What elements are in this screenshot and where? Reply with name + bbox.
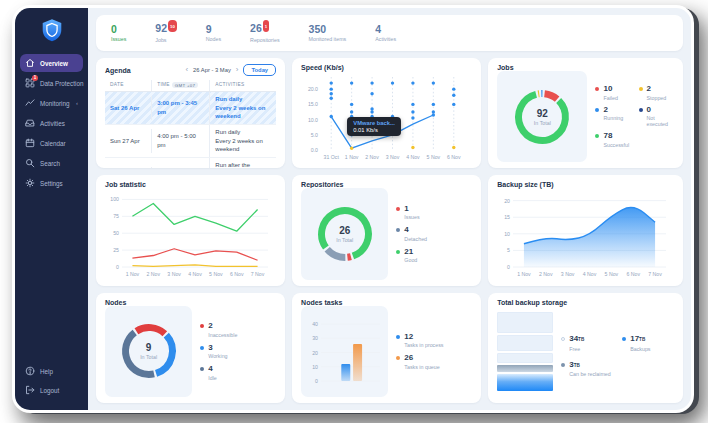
- svg-text:20: 20: [504, 198, 510, 204]
- legend-item: 2Inaccessible: [200, 322, 276, 338]
- svg-text:6 Nov: 6 Nov: [447, 154, 461, 160]
- speed-chart[interactable]: VMware back... 0.01 Kb/s 0.05.010.015.02…: [301, 71, 472, 162]
- svg-text:30: 30: [312, 335, 318, 341]
- agenda-row[interactable]: Sat 26 Apr 3:00 pm - 3:45 pm Run dailyEv…: [105, 92, 276, 125]
- svg-text:4 Nov: 4 Nov: [583, 271, 597, 277]
- search-icon: [25, 158, 35, 168]
- legend-dot: [622, 337, 626, 341]
- svg-text:0: 0: [116, 264, 119, 270]
- svg-text:3 Nov: 3 Nov: [561, 271, 575, 277]
- stat-repositories[interactable]: 261 Repositories: [250, 23, 279, 44]
- nodes-donut-chart[interactable]: 9 In Total: [105, 306, 192, 397]
- card-title: Jobs: [497, 64, 674, 71]
- next-week-button[interactable]: ›: [235, 66, 240, 74]
- agenda-row[interactable]: Mon 28 Apr 8:30 pm Run after the “VMware…: [105, 158, 276, 168]
- agenda-card: Agenda ‹ 26 Apr - 3 May › Today DATE TIM…: [96, 58, 285, 168]
- sidebar-item-label: Data Protection: [40, 80, 83, 87]
- legend-item: 10Failed: [595, 85, 634, 101]
- legend-dot: [561, 363, 565, 367]
- legend-item: 4Idle: [200, 365, 276, 381]
- stat-monitored-items[interactable]: 350Monitored items: [309, 24, 347, 42]
- sidebar-item-label: Overview: [40, 60, 68, 67]
- svg-text:5: 5: [507, 248, 510, 254]
- svg-text:7 Nov: 7 Nov: [648, 271, 662, 277]
- repositories-donut-chart[interactable]: 26 In Total: [301, 188, 388, 279]
- sidebar-item-data-protection[interactable]: 1 Data Protection: [20, 74, 83, 92]
- total-backup-storage-card: Total backup storage 34TBFree17TBBackups…: [488, 293, 683, 403]
- svg-text:5.0: 5.0: [311, 132, 318, 138]
- legend-dot: [595, 134, 599, 138]
- date-range: 26 Apr - 3 May: [193, 67, 231, 73]
- legend-dot: [561, 337, 565, 341]
- sidebar-item-activities[interactable]: Activities: [20, 114, 83, 132]
- sidebar-item-search[interactable]: Search: [20, 154, 83, 172]
- card-title: Agenda: [105, 67, 131, 74]
- sidebar-item-label: Settings: [40, 180, 63, 187]
- svg-text:1 Nov: 1 Nov: [345, 154, 359, 160]
- card-title: Backup size (TB): [497, 181, 674, 188]
- legend-dot: [396, 207, 400, 211]
- logout-icon: [25, 385, 35, 395]
- legend-item: 2Stopped: [639, 85, 674, 101]
- sidebar-item-calendar[interactable]: Calendar: [20, 134, 83, 152]
- job-statistic-chart[interactable]: 02550751001 Nov2 Nov3 Nov4 Nov5 Nov6 Nov…: [105, 188, 276, 279]
- svg-text:31 Oct: 31 Oct: [324, 154, 340, 160]
- card-title: Job statistic: [105, 181, 276, 188]
- stat-issues[interactable]: 0Issues: [111, 24, 126, 42]
- sidebar-item-label: Monitoring: [40, 100, 69, 107]
- stat-jobs[interactable]: 9210 Jobs: [155, 23, 176, 44]
- svg-text:7 Nov: 7 Nov: [251, 271, 265, 277]
- legend-item: 12Tasks in process: [396, 333, 472, 349]
- grid-icon: 1: [25, 78, 35, 88]
- svg-text:5 Nov: 5 Nov: [427, 154, 441, 160]
- svg-text:2 Nov: 2 Nov: [147, 271, 161, 277]
- storage-legend: 34TBFree17TBBackups3TBCan be reclaimed: [561, 325, 674, 377]
- svg-text:75: 75: [113, 214, 119, 220]
- legend-item: 26Tasks in queue: [396, 354, 472, 370]
- nodes-tasks-bar-chart[interactable]: 010203040: [301, 306, 388, 397]
- svg-text:50: 50: [113, 231, 119, 237]
- svg-text:20: 20: [312, 350, 318, 356]
- sidebar-item-settings[interactable]: Settings: [20, 174, 83, 192]
- prev-week-button[interactable]: ‹: [184, 66, 189, 74]
- free-block: [497, 312, 553, 333]
- svg-text:10: 10: [504, 231, 510, 237]
- svg-text:6 Nov: 6 Nov: [230, 271, 244, 277]
- job-statistic-card: Job statistic 02550751001 Nov2 Nov3 Nov4…: [96, 175, 285, 285]
- agenda-row[interactable]: Sun 27 Apr 4:00 pm - 5:00 pm Run dailyEv…: [105, 125, 276, 158]
- repositories-alert-badge: 1: [263, 20, 269, 32]
- backup-size-card: Backup size (TB) 051015201 Nov2 Nov3 Nov…: [488, 175, 683, 285]
- app-window: Overview 1 Data Protection Monitoring ‹ …: [12, 5, 694, 413]
- svg-text:6 Nov: 6 Nov: [627, 271, 641, 277]
- today-button[interactable]: Today: [243, 64, 276, 76]
- stat-activities[interactable]: 4Activities: [375, 24, 396, 42]
- card-title: Speed (Kb/s): [301, 64, 472, 71]
- legend-dot: [200, 346, 204, 350]
- home-icon: [25, 58, 35, 68]
- sidebar-item-overview[interactable]: Overview: [20, 54, 83, 72]
- legend-item: 78Successful: [595, 132, 634, 148]
- legend-item: 34TBFree: [561, 335, 618, 352]
- backups-fill: [497, 374, 553, 391]
- sidebar-item-monitoring[interactable]: Monitoring ‹: [20, 94, 83, 112]
- storage-stack-chart[interactable]: [497, 312, 553, 391]
- card-title: Total backup storage: [497, 299, 674, 306]
- card-title: Nodes tasks: [301, 299, 472, 306]
- jobs-donut-chart[interactable]: 92 In Total: [497, 71, 587, 162]
- stat-nodes[interactable]: 9Nodes: [206, 24, 221, 42]
- chevron-left-icon[interactable]: ‹: [76, 100, 78, 106]
- backup-size-chart[interactable]: 051015201 Nov2 Nov3 Nov4 Nov5 Nov6 Nov7 …: [497, 188, 674, 279]
- svg-text:4 Nov: 4 Nov: [406, 154, 420, 160]
- svg-text:2 Nov: 2 Nov: [365, 154, 379, 160]
- svg-text:10: 10: [312, 364, 318, 370]
- legend-dot: [639, 87, 643, 91]
- legend-dot: [595, 87, 599, 91]
- repositories-legend: 1Issues4Detached21Good: [396, 205, 472, 264]
- free-block: [497, 353, 553, 363]
- sidebar-item-logout[interactable]: Logout: [20, 381, 83, 399]
- repositories-card: Repositories 26 In Total 1Issues4Detache…: [292, 175, 481, 285]
- nodes-tasks-card: Nodes tasks 010203040 12Tasks in process…: [292, 293, 481, 403]
- svg-text:3 Nov: 3 Nov: [167, 271, 181, 277]
- nodes-tasks-legend: 12Tasks in process26Tasks in queue: [396, 333, 472, 370]
- sidebar-item-help[interactable]: Help: [20, 362, 83, 380]
